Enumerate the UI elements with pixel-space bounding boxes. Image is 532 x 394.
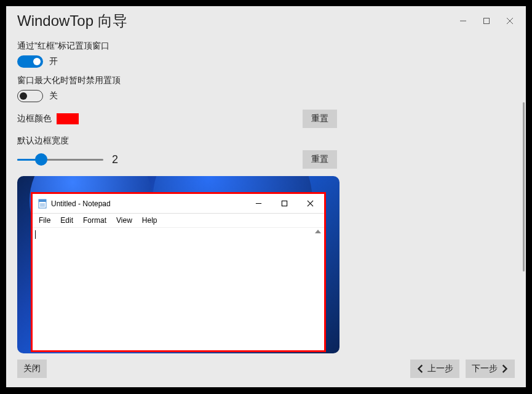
menu-item-view: View [116,216,132,225]
preview-notepad-menubar: File Edit Format View Help [33,214,324,227]
chevron-right-icon [500,364,509,373]
preview-maximize-icon [271,195,297,212]
slider-thumb[interactable] [35,153,47,166]
reset-border-width-button[interactable]: 重置 [303,150,337,169]
menu-item-help: Help [142,216,157,225]
preview-close-icon [297,195,323,212]
titlebar-controls [458,16,517,26]
setting-mark-red-border: 通过"红框"标记置顶窗口 开 [17,41,515,68]
content-area: 通过"红框"标记置顶窗口 开 窗口最大化时暂时禁用置顶 关 边框颜色 [6,36,526,356]
titlebar: WindowTop 向导 [6,6,526,36]
menu-item-file: File [39,216,50,225]
close-wizard-button[interactable]: 关闭 [17,360,47,378]
prev-label: 上一步 [427,363,453,374]
toggle-state-label: 关 [49,90,58,102]
menu-item-edit: Edit [60,216,73,225]
close-button[interactable] [505,16,515,26]
border-width-slider[interactable] [17,153,103,166]
scroll-up-icon [315,230,321,233]
minimize-button[interactable] [458,16,468,26]
border-color-swatch[interactable] [57,113,79,124]
setting-label: 通过"红框"标记置顶窗口 [17,41,515,52]
next-button[interactable]: 下一步 [466,360,515,378]
notepad-icon [38,199,47,209]
svg-rect-1 [484,18,490,24]
maximize-button[interactable] [482,16,491,26]
setting-disable-on-maximize: 窗口最大化时暂时禁用置顶 关 [17,75,515,102]
toggle-mark-red-border[interactable] [17,55,43,68]
preview-notepad-body [33,227,324,350]
border-width-value: 2 [112,153,118,166]
setting-label: 窗口最大化时暂时禁用置顶 [17,75,515,86]
scrollbar[interactable] [523,102,525,271]
toggle-state-label: 开 [49,56,58,67]
setting-border-color: 边框颜色 重置 [17,110,337,128]
svg-rect-10 [282,201,287,206]
preview-notepad-window: Untitled - Notepad File [31,192,326,352]
window-title: WindowTop 向导 [17,11,458,31]
preview-minimize-icon [245,195,271,212]
preview-area: Untitled - Notepad File [17,176,339,353]
menu-item-format: Format [83,216,106,225]
preview-notepad-titlebar: Untitled - Notepad [33,194,324,214]
setting-border-width: 默认边框宽度 2 重置 [17,135,515,169]
toggle-disable-on-maximize[interactable] [17,90,43,102]
svg-rect-5 [39,199,46,202]
footer: 关闭 上一步 下一步 [6,356,526,387]
next-label: 下一步 [472,363,498,374]
prev-button[interactable]: 上一步 [410,360,459,378]
preview-notepad-title: Untitled - Notepad [51,199,245,208]
text-cursor [35,230,36,239]
chevron-left-icon [416,364,425,373]
setting-label: 边框颜色 [17,113,52,124]
wizard-window: WindowTop 向导 通过"红框"标记置顶窗口 开 窗口最大化时 [6,6,526,387]
setting-label: 默认边框宽度 [17,135,515,147]
reset-border-color-button[interactable]: 重置 [303,110,337,128]
